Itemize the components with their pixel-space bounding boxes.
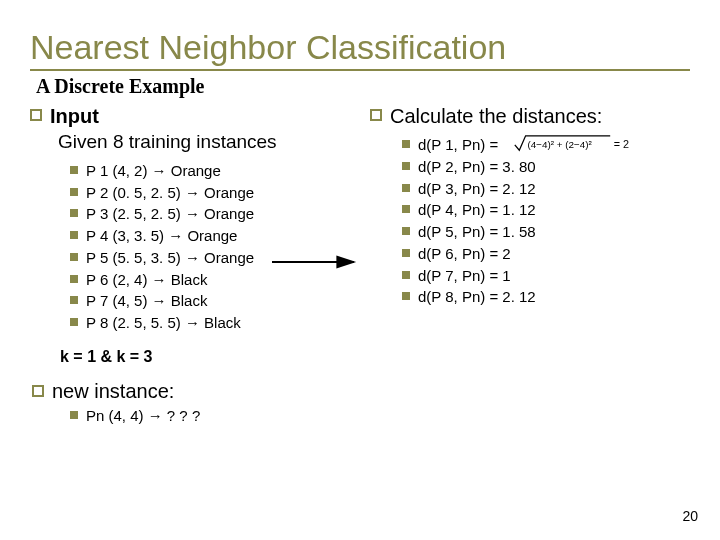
calculate-label: Calculate the distances: (390, 104, 602, 128)
square-bullet-icon (370, 109, 382, 121)
filled-square-bullet-icon (402, 140, 410, 148)
filled-square-bullet-icon (402, 205, 410, 213)
distance-text: d(P 5, Pn) = 1. 58 (418, 221, 536, 243)
list-item: P 3 (2. 5, 2. 5) → Orange (70, 203, 360, 225)
instance-text: P 8 (2. 5, 5. 5) → Black (86, 312, 241, 334)
instance-text: P 2 (0. 5, 2. 5) → Orange (86, 182, 254, 204)
distance-text: d(P 1, Pn) = (418, 134, 498, 156)
instance-text: P 3 (2. 5, 2. 5) → Orange (86, 203, 254, 225)
new-instance-list: Pn (4, 4) → ? ? ? (70, 405, 360, 427)
filled-square-bullet-icon (402, 184, 410, 192)
list-item: P 4 (3, 3. 5) → Orange (70, 225, 360, 247)
instance-text: P 5 (5. 5, 3. 5) → Orange (86, 247, 254, 269)
square-bullet-icon (32, 385, 44, 397)
input-heading: Input (30, 104, 360, 128)
k-values: k = 1 & k = 3 (60, 348, 360, 366)
page-number: 20 (682, 508, 698, 524)
filled-square-bullet-icon (70, 188, 78, 196)
svg-text:(4−4)² + (2−4)²: (4−4)² + (2−4)² (528, 139, 593, 150)
calculate-heading: Calculate the distances: (370, 104, 700, 128)
instance-text: P 1 (4, 2) → Orange (86, 160, 221, 182)
filled-square-bullet-icon (402, 162, 410, 170)
filled-square-bullet-icon (70, 296, 78, 304)
input-label: Input (50, 105, 99, 127)
distance-text: d(P 2, Pn) = 3. 80 (418, 156, 536, 178)
list-item: P 6 (2, 4) → Black (70, 269, 360, 291)
svg-text:= 2: = 2 (614, 138, 629, 150)
list-item: P 5 (5. 5, 3. 5) → Orange (70, 247, 360, 269)
instance-text: P 4 (3, 3. 5) → Orange (86, 225, 237, 247)
list-item: d(P 1, Pn) = (4−4)² + (2−4)² = 2 (402, 134, 700, 156)
filled-square-bullet-icon (402, 292, 410, 300)
distance-text: d(P 6, Pn) = 2 (418, 243, 511, 265)
distances-list: d(P 1, Pn) = (4−4)² + (2−4)² = 2d(P 2, P… (402, 134, 700, 308)
instance-text: P 7 (4, 5) → Black (86, 290, 207, 312)
new-label: new (52, 380, 89, 402)
sqrt-formula-icon: (4−4)² + (2−4)² = 2 (506, 134, 646, 152)
list-item: P 1 (4, 2) → Orange (70, 160, 360, 182)
page-title: Nearest Neighbor Classification (30, 28, 690, 71)
filled-square-bullet-icon (402, 227, 410, 235)
filled-square-bullet-icon (70, 411, 78, 419)
input-body: Given 8 training instances (58, 130, 360, 154)
filled-square-bullet-icon (70, 318, 78, 326)
filled-square-bullet-icon (70, 275, 78, 283)
subtitle: A Discrete Example (36, 75, 690, 98)
new-rest: instance: (89, 380, 175, 402)
list-item: d(P 5, Pn) = 1. 58 (402, 221, 700, 243)
list-item: Pn (4, 4) → ? ? ? (70, 405, 360, 427)
distance-text: d(P 8, Pn) = 2. 12 (418, 286, 536, 308)
filled-square-bullet-icon (402, 249, 410, 257)
instance-text: P 6 (2, 4) → Black (86, 269, 207, 291)
filled-square-bullet-icon (70, 253, 78, 261)
list-item: P 2 (0. 5, 2. 5) → Orange (70, 182, 360, 204)
list-item: d(P 7, Pn) = 1 (402, 265, 700, 287)
left-column: Input Given 8 training instances P 1 (4,… (30, 104, 360, 427)
instances-list: P 1 (4, 2) → OrangeP 2 (0. 5, 2. 5) → Or… (70, 160, 360, 334)
list-item: d(P 2, Pn) = 3. 80 (402, 156, 700, 178)
filled-square-bullet-icon (70, 231, 78, 239)
list-item: d(P 6, Pn) = 2 (402, 243, 700, 265)
distance-text: d(P 4, Pn) = 1. 12 (418, 199, 536, 221)
list-item: P 7 (4, 5) → Black (70, 290, 360, 312)
filled-square-bullet-icon (70, 166, 78, 174)
new-instance-text: Pn (4, 4) → ? ? ? (86, 405, 200, 427)
filled-square-bullet-icon (402, 271, 410, 279)
new-instance-heading: new instance: (32, 380, 360, 403)
list-item: d(P 4, Pn) = 1. 12 (402, 199, 700, 221)
right-column: Calculate the distances: d(P 1, Pn) = (4… (370, 104, 700, 427)
distance-text: d(P 7, Pn) = 1 (418, 265, 511, 287)
list-item: P 8 (2. 5, 5. 5) → Black (70, 312, 360, 334)
distance-text: d(P 3, Pn) = 2. 12 (418, 178, 536, 200)
filled-square-bullet-icon (70, 209, 78, 217)
square-bullet-icon (30, 109, 42, 121)
list-item: d(P 3, Pn) = 2. 12 (402, 178, 700, 200)
list-item: d(P 8, Pn) = 2. 12 (402, 286, 700, 308)
